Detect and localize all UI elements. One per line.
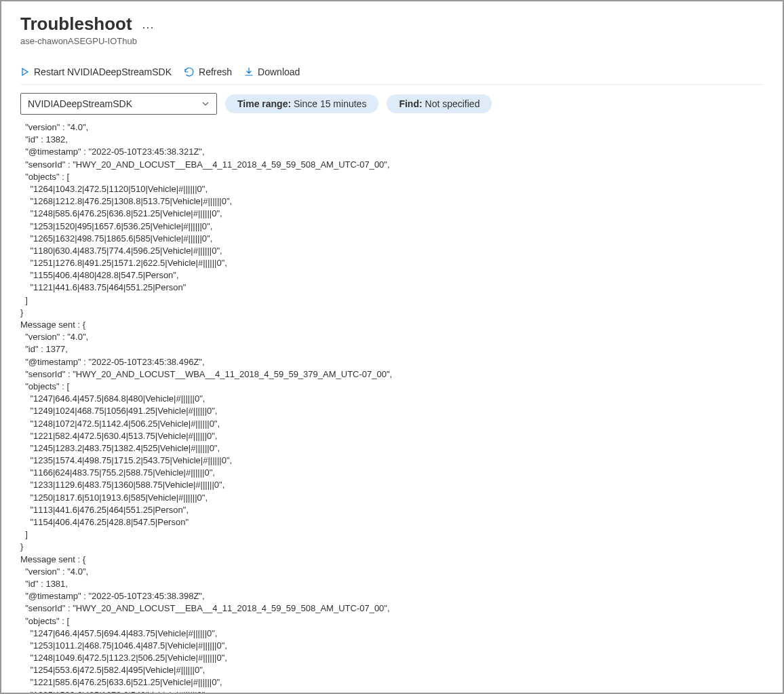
log-line: "1253|1011.2|468.75|1046.4|487.5|Vehicle… (20, 640, 764, 652)
log-line: "1235|1574.4|498.75|1715.2|543.75|Vehicl… (20, 455, 764, 467)
dropdown-value: NVIDIADeepStreamSDK (28, 98, 132, 109)
module-dropdown[interactable]: NVIDIADeepStreamSDK (20, 93, 217, 115)
log-line: Message sent : { (20, 319, 764, 331)
log-line: "1113|441.6|476.25|464|551.25|Person", (20, 504, 764, 516)
log-line: } (20, 541, 764, 553)
log-line: "1180|630.4|483.75|774.4|596.25|Vehicle|… (20, 245, 764, 257)
log-line: "1247|646.4|457.5|694.4|483.75|Vehicle|#… (20, 628, 764, 640)
log-line: Message sent : { (20, 554, 764, 566)
log-line: "1247|646.4|457.5|684.8|480|Vehicle|#|||… (20, 393, 764, 405)
log-line: "id" : 1377, (20, 343, 764, 355)
log-line: "1154|406.4|476.25|428.8|547.5|Person" (20, 516, 764, 528)
refresh-button[interactable]: Refresh (184, 66, 232, 77)
log-line: "1265|1632|498.75|1865.6|585|Vehicle|#||… (20, 233, 764, 245)
log-line: "1233|1129.6|483.75|1360|588.75|Vehicle|… (20, 479, 764, 491)
log-line: "1248|1049.6|472.5|1123.2|506.25|Vehicle… (20, 652, 764, 664)
log-line: "1250|1817.6|510|1913.6|585|Vehicle|#|||… (20, 492, 764, 504)
log-line: "objects" : [ (20, 615, 764, 628)
refresh-icon (184, 66, 195, 77)
log-line: "objects" : [ (20, 171, 764, 183)
log-output: "version" : "4.0", "id" : 1382, "@timest… (20, 121, 764, 694)
log-line: "version" : "4.0", (20, 121, 764, 134)
log-line: "id" : 1381, (20, 578, 764, 590)
time-range-value: Since 15 minutes (294, 98, 366, 109)
log-line: "1249|1024|468.75|1056|491.25|Vehicle|#|… (20, 405, 764, 417)
page-title: Troubleshoot (20, 14, 132, 35)
log-line: "sensorId" : "HWY_20_AND_LOCUST__EBA__4_… (20, 602, 764, 615)
log-line: "1253|1520|495|1657.6|536.25|Vehicle|#||… (20, 220, 764, 233)
find-pill[interactable]: Find: Not specified (387, 94, 492, 113)
time-range-pill[interactable]: Time range: Since 15 minutes (225, 94, 378, 113)
log-line: "@timestamp" : "2022-05-10T23:45:38.496Z… (20, 356, 764, 368)
log-line: ] (20, 294, 764, 307)
log-line: "1166|624|483.75|755.2|588.75|Vehicle|#|… (20, 467, 764, 479)
more-icon[interactable]: ⋯ (142, 20, 154, 34)
log-line: "1245|1283.2|483.75|1382.4|525|Vehicle|#… (20, 442, 764, 455)
chevron-down-icon (201, 100, 210, 108)
refresh-label: Refresh (199, 66, 232, 77)
log-line: "sensorId" : "HWY_20_AND_LOCUST__WBA__4_… (20, 368, 764, 381)
download-label: Download (258, 66, 300, 77)
log-line: "1221|582.4|472.5|630.4|513.75|Vehicle|#… (20, 430, 764, 442)
log-line: "1268|1212.8|476.25|1308.8|513.75|Vehicl… (20, 195, 764, 208)
log-line: "1155|406.4|480|428.8|547.5|Person", (20, 269, 764, 282)
download-icon (244, 67, 254, 77)
find-label: Find: (399, 98, 422, 109)
log-line: "1221|585.6|476.25|633.6|521.25|Vehicle|… (20, 676, 764, 689)
log-line: } (20, 307, 764, 319)
log-line: "1264|1043.2|472.5|1120|510|Vehicle|#|||… (20, 183, 764, 195)
filter-row: NVIDIADeepStreamSDK Time range: Since 15… (20, 93, 764, 115)
page-header: Troubleshoot ⋯ ase-chawonASEGPU-IOThub (20, 14, 764, 46)
log-line: "@timestamp" : "2022-05-10T23:45:38.398Z… (20, 590, 764, 602)
log-line: "version" : "4.0", (20, 566, 764, 578)
breadcrumb: ase-chawonASEGPU-IOThub (20, 36, 764, 46)
log-line: "id" : 1382, (20, 134, 764, 146)
log-line: "1235|1529.6|495|1673.6|540|Vehicle|#|||… (20, 689, 764, 694)
log-line: "objects" : [ (20, 381, 764, 393)
log-line: "@timestamp" : "2022-05-10T23:45:38.321Z… (20, 146, 764, 158)
restart-button[interactable]: Restart NVIDIADeepStreamSDK (20, 66, 172, 77)
time-range-label: Time range: (237, 98, 291, 109)
log-line: "1248|585.6|476.25|636.8|521.25|Vehicle|… (20, 208, 764, 220)
log-line: "1121|441.6|483.75|464|551.25|Person" (20, 282, 764, 294)
log-line: ] (20, 528, 764, 541)
download-button[interactable]: Download (244, 66, 300, 77)
toolbar: Restart NVIDIADeepStreamSDK Refresh Down… (20, 66, 764, 85)
log-line: "version" : "4.0", (20, 331, 764, 343)
log-line: "1248|1072|472.5|1142.4|506.25|Vehicle|#… (20, 418, 764, 430)
find-value: Not specified (425, 98, 480, 109)
restart-label: Restart NVIDIADeepStreamSDK (34, 66, 172, 77)
log-line: "1251|1276.8|491.25|1571.2|622.5|Vehicle… (20, 257, 764, 269)
play-icon (20, 67, 30, 77)
log-line: "1254|553.6|472.5|582.4|495|Vehicle|#|||… (20, 664, 764, 676)
log-line: "sensorId" : "HWY_20_AND_LOCUST__EBA__4_… (20, 159, 764, 171)
